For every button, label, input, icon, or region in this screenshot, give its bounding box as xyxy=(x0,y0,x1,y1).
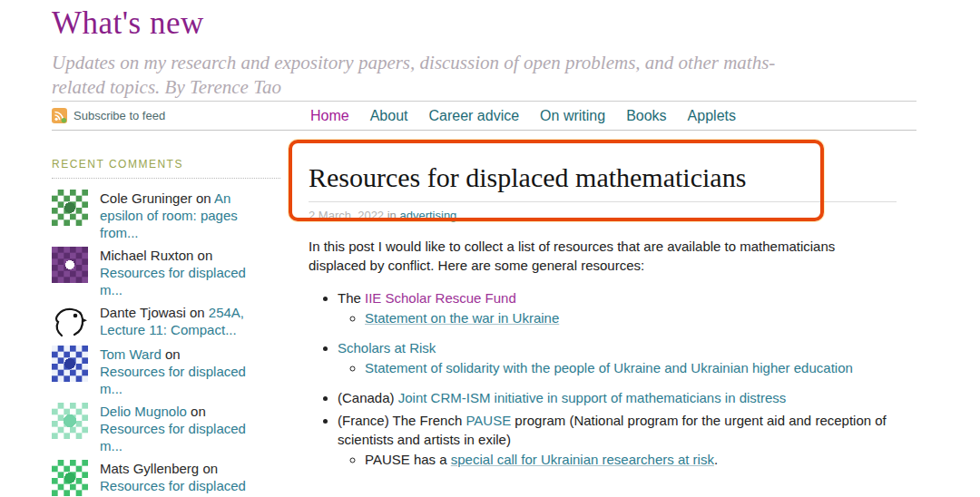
comment-item: Delio Mugnolo on Resources for displaced… xyxy=(52,403,280,454)
bullet-text: (France) The French xyxy=(338,413,466,428)
bullet-text: . xyxy=(714,452,718,467)
comment-post-link[interactable]: Resources for displaced m... xyxy=(100,364,246,396)
navbar: Subscribe to feed Home About Career advi… xyxy=(52,101,916,131)
comment-post-link[interactable]: Resources for displaced m... xyxy=(100,265,246,297)
site-subtitle-line2: related topics. By Terence Tao xyxy=(52,76,281,98)
nav-item-career-advice[interactable]: Career advice xyxy=(429,108,520,124)
nav-item-applets[interactable]: Applets xyxy=(688,108,736,124)
comment-author-link[interactable]: Tom Ward xyxy=(100,346,162,362)
link-pause-program[interactable]: PAUSE xyxy=(466,413,511,428)
nav-item-about[interactable]: About xyxy=(370,108,408,124)
nav-item-books[interactable]: Books xyxy=(626,108,666,124)
post-body: In this post I would like to collect a l… xyxy=(309,237,897,469)
sub-list: Statement of solidarity with the people … xyxy=(365,358,897,377)
subscribe-to-feed-link[interactable]: Subscribe to feed xyxy=(52,108,165,123)
bird-avatar xyxy=(52,304,88,340)
comment-author: Mats Gyllenberg xyxy=(100,461,199,476)
comment-post-link[interactable]: Resources for displaced m... xyxy=(100,478,246,497)
sub-list: Statement on the war in Ukraine xyxy=(365,308,897,327)
list-item-iie: The IIE Scholar Rescue Fund Statement on… xyxy=(338,288,897,327)
comment-author: Cole Gruninger xyxy=(100,190,192,206)
comment-post-link[interactable]: Resources for displaced m... xyxy=(100,421,246,453)
comment-item: Dante Tjowasi on 254A, Lecture 11: Compa… xyxy=(52,304,280,340)
post-meta: 2 March, 2022 in advertising xyxy=(309,209,897,222)
site-title[interactable]: What's new xyxy=(52,5,923,42)
post-date: 2 March, 2022 xyxy=(309,209,384,222)
main-content: Resources for displaced mathematicians 2… xyxy=(309,143,897,480)
list-item-pause-special-call: PAUSE has a special call for Ukrainian r… xyxy=(365,450,897,469)
post-meta-connector: in xyxy=(387,209,397,222)
site-subtitle: Updates on my research and expository pa… xyxy=(52,51,923,100)
link-special-call-ukrainian-researchers[interactable]: special call for Ukrainian researchers a… xyxy=(451,452,714,467)
comment-connector: on xyxy=(193,248,212,263)
list-item-solidarity-statement: Statement of solidarity with the people … xyxy=(365,358,887,377)
sub-list: PAUSE has a special call for Ukrainian r… xyxy=(365,450,897,469)
nav-items: Home About Career advice On writing Book… xyxy=(310,108,736,124)
link-scholars-at-risk[interactable]: Scholars at Risk xyxy=(338,340,436,356)
link-iie-scholar-rescue-fund[interactable]: IIE Scholar Rescue Fund xyxy=(365,290,516,306)
avatar xyxy=(52,460,88,496)
list-item-france: (France) The French PAUSE program (Natio… xyxy=(338,411,897,469)
link-crm-ism-initiative[interactable]: Joint CRM-ISM initiative in support of m… xyxy=(398,390,787,405)
avatar xyxy=(52,403,88,439)
sidebar-recent-comments: RECENT COMMENTS Cole Gruninger on An eps… xyxy=(52,158,280,497)
comment-author: Dante Tjowasi xyxy=(100,305,186,320)
comment-connector: on xyxy=(192,190,214,206)
comment-connector: on xyxy=(187,404,206,419)
comment-item: Tom Ward on Resources for displaced m... xyxy=(52,346,280,397)
avatar xyxy=(52,346,88,382)
comment-item: Cole Gruninger on An epsilon of room: pa… xyxy=(52,190,280,241)
link-statement-war-ukraine[interactable]: Statement on the war in Ukraine xyxy=(365,310,559,326)
comment-item: Mats Gyllenberg on Resources for displac… xyxy=(52,460,280,497)
recent-comments-list: Cole Gruninger on An epsilon of room: pa… xyxy=(52,190,280,497)
bullet-text: The xyxy=(338,290,365,306)
list-item-scholars-at-risk: Scholars at Risk Statement of solidarity… xyxy=(338,338,897,377)
site-header: What's new Updates on my research and ex… xyxy=(52,5,923,100)
subscribe-label: Subscribe to feed xyxy=(74,109,165,122)
bullet-text: PAUSE has a xyxy=(365,452,451,467)
comment-author: Michael Ruxton xyxy=(100,248,193,263)
comment-item: Michael Ruxton on Resources for displace… xyxy=(52,247,280,298)
nav-item-on-writing[interactable]: On writing xyxy=(540,108,605,124)
bullet-text: (Canada) xyxy=(338,390,398,405)
list-item-canada: (Canada) Joint CRM-ISM initiative in sup… xyxy=(338,388,897,407)
comment-author-link[interactable]: Delio Mugnolo xyxy=(100,404,187,419)
comment-connector: on xyxy=(199,461,218,476)
avatar xyxy=(52,190,88,226)
comment-connector: on xyxy=(186,305,209,320)
post-intro: In this post I would like to collect a l… xyxy=(309,237,839,275)
site-subtitle-line1: Updates on my research and expository pa… xyxy=(52,52,775,73)
feed-icon xyxy=(52,108,67,123)
post-title: Resources for displaced mathematicians xyxy=(309,162,897,202)
resource-list: The IIE Scholar Rescue Fund Statement on… xyxy=(338,288,897,469)
recent-comments-heading: RECENT COMMENTS xyxy=(52,158,280,179)
nav-item-home[interactable]: Home xyxy=(310,108,349,124)
avatar xyxy=(52,247,88,283)
comment-connector: on xyxy=(162,346,181,362)
category-link-advertising[interactable]: advertising xyxy=(399,209,456,222)
link-statement-solidarity[interactable]: Statement of solidarity with the people … xyxy=(365,360,853,375)
list-item-ukraine-statement: Statement on the war in Ukraine xyxy=(365,308,897,327)
